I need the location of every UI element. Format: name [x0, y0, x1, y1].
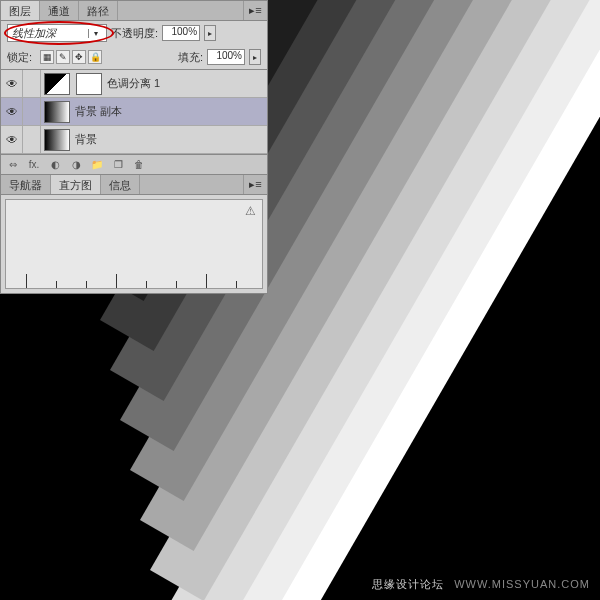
layer-row[interactable]: 👁背景 副本 [1, 98, 267, 126]
tab-paths[interactable]: 路径 [79, 1, 118, 20]
blend-opacity-row: 线性加深 ▾ 不透明度: 100% ▸ [1, 21, 267, 45]
layer-name: 色调分离 1 [107, 76, 160, 91]
lock-pixels-icon[interactable]: ✎ [56, 50, 70, 64]
histogram-tick [206, 274, 207, 288]
layers-footer: ⇔ fx. ◐ ◑ 📁 ❐ 🗑 [1, 154, 267, 174]
blend-mode-value: 线性加深 [12, 26, 56, 41]
histogram-tick [56, 281, 57, 288]
opacity-input[interactable]: 100% [162, 25, 200, 41]
histogram-tick [116, 274, 117, 288]
panel-tabs: 图层 通道 路径 ▸≡ [1, 1, 267, 21]
histogram-tick [176, 281, 177, 288]
watermark-en: WWW.MISSYUAN.COM [454, 578, 590, 590]
blend-mode-select[interactable]: 线性加深 ▾ [7, 24, 107, 42]
histogram-tick [86, 281, 87, 288]
visibility-icon[interactable]: 👁 [1, 70, 23, 98]
visibility-icon[interactable]: 👁 [1, 98, 23, 126]
adjustment-layer-icon[interactable]: ◑ [66, 157, 86, 173]
layer-row[interactable]: 👁色调分离 1 [1, 70, 267, 98]
new-layer-icon[interactable]: ❐ [108, 157, 128, 173]
link-cell [23, 98, 41, 126]
lock-transparency-icon[interactable]: ▦ [40, 50, 54, 64]
layer-thumbnail[interactable] [44, 73, 70, 95]
layer-name: 背景 副本 [75, 104, 122, 119]
histogram-display: ⚠ [5, 199, 263, 289]
layer-fx-icon[interactable]: fx. [24, 157, 44, 173]
fill-input[interactable]: 100% [207, 49, 245, 65]
fill-flyout-icon[interactable]: ▸ [249, 49, 261, 65]
link-cell [23, 70, 41, 98]
panel-menu-icon[interactable]: ▸≡ [243, 1, 267, 20]
visibility-icon[interactable]: 👁 [1, 126, 23, 154]
info-tabs: 导航器 直方图 信息 ▸≡ [1, 175, 267, 195]
mask-thumbnail[interactable] [76, 73, 102, 95]
watermark-cn: 思缘设计论坛 [372, 578, 444, 590]
lock-label: 锁定: [7, 50, 32, 65]
layers-list: 👁色调分离 1👁背景 副本👁背景 [1, 69, 267, 154]
lock-position-icon[interactable]: ✥ [72, 50, 86, 64]
histogram-tick [146, 281, 147, 288]
layer-mask-icon[interactable]: ◐ [45, 157, 65, 173]
info-menu-icon[interactable]: ▸≡ [243, 175, 267, 194]
warning-icon[interactable]: ⚠ [245, 204, 256, 218]
layer-name: 背景 [75, 132, 97, 147]
histogram-tick [26, 274, 27, 288]
layer-group-icon[interactable]: 📁 [87, 157, 107, 173]
histogram-tick [236, 281, 237, 288]
info-panel: 导航器 直方图 信息 ▸≡ ⚠ [1, 174, 267, 289]
tab-navigator[interactable]: 导航器 [1, 175, 51, 194]
tab-channels[interactable]: 通道 [40, 1, 79, 20]
tab-histogram[interactable]: 直方图 [51, 175, 101, 194]
tab-layers[interactable]: 图层 [1, 1, 40, 20]
layer-thumbnail[interactable] [44, 101, 70, 123]
delete-layer-icon[interactable]: 🗑 [129, 157, 149, 173]
chevron-down-icon: ▾ [88, 29, 102, 38]
watermark: 思缘设计论坛 WWW.MISSYUAN.COM [372, 577, 590, 592]
opacity-flyout-icon[interactable]: ▸ [204, 25, 216, 41]
lock-all-icon[interactable]: 🔒 [88, 50, 102, 64]
tab-info[interactable]: 信息 [101, 175, 140, 194]
link-cell [23, 126, 41, 154]
lock-fill-row: 锁定: ▦ ✎ ✥ 🔒 填充: 100% ▸ [1, 45, 267, 69]
histogram-ticks [6, 268, 262, 288]
fill-label: 填充: [178, 50, 203, 65]
opacity-label: 不透明度: [111, 26, 158, 41]
layer-row[interactable]: 👁背景 [1, 126, 267, 154]
layers-panel: 图层 通道 路径 ▸≡ 线性加深 ▾ 不透明度: 100% ▸ 锁定: ▦ ✎ … [0, 0, 268, 294]
layer-thumbnail[interactable] [44, 129, 70, 151]
lock-icons-group: ▦ ✎ ✥ 🔒 [40, 50, 102, 64]
link-layers-icon[interactable]: ⇔ [3, 157, 23, 173]
